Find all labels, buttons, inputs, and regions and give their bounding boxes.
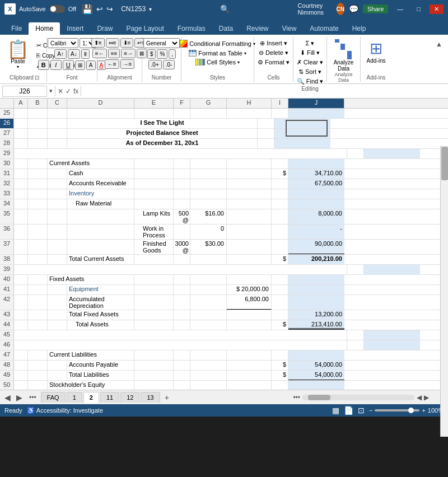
cell-H35[interactable] <box>227 209 272 224</box>
cell-E50[interactable] <box>134 381 174 390</box>
cell-H40[interactable] <box>227 275 272 284</box>
zoom-slider[interactable] <box>375 409 419 411</box>
cell-H42[interactable]: 6,800.00 <box>227 295 272 310</box>
cell-G35[interactable]: $16.00 <box>190 209 227 224</box>
cell-empty39[interactable] <box>14 265 347 274</box>
cell-H32[interactable] <box>227 179 272 189</box>
cell-C27[interactable] <box>48 129 67 138</box>
cell-G33[interactable] <box>190 189 227 199</box>
cell-G36[interactable]: 0 <box>190 225 227 239</box>
close-button[interactable]: ✕ <box>430 4 444 14</box>
cell-C37[interactable] <box>48 240 67 254</box>
border-button[interactable]: ⊞ <box>75 60 85 70</box>
cell-D31[interactable]: Cash <box>67 169 134 179</box>
tab-view[interactable]: View <box>276 22 304 35</box>
cell-D36[interactable] <box>67 225 134 239</box>
cell-H49[interactable] <box>227 371 272 380</box>
cell-E42[interactable] <box>134 295 174 310</box>
cell-F49[interactable] <box>174 371 190 380</box>
cell-F41[interactable] <box>174 285 190 294</box>
cell-E47[interactable] <box>134 350 174 360</box>
cell-C41[interactable] <box>48 285 67 294</box>
autosave-toggle[interactable] <box>49 5 65 13</box>
cell-title1[interactable]: I See The Light <box>67 119 258 128</box>
row-num-26[interactable]: 26 <box>0 119 14 128</box>
row-num-40[interactable]: 40 <box>0 275 14 284</box>
cell-A49[interactable] <box>14 371 28 380</box>
comma-button[interactable]: , <box>169 49 176 59</box>
underline-button[interactable]: U <box>63 60 74 70</box>
cell-J47[interactable] <box>288 350 344 360</box>
cell-E49[interactable] <box>134 371 174 380</box>
tab-automate[interactable]: Automate <box>303 22 345 35</box>
scrollbar-thumb[interactable] <box>441 147 448 180</box>
cell-F48[interactable] <box>174 361 190 370</box>
cell-I50[interactable] <box>272 381 288 390</box>
scroll-left-button[interactable]: ◀ <box>417 394 422 401</box>
cell-J38[interactable]: 200,210.00 <box>288 255 344 264</box>
cell-A44[interactable] <box>14 320 28 330</box>
format-as-table-button[interactable]: Format as Table ▾ <box>187 49 248 57</box>
cell-E38[interactable] <box>134 255 174 264</box>
row-num-36[interactable]: 36 <box>0 225 14 239</box>
cell-J49[interactable]: 54,000.00 <box>288 371 344 380</box>
cell-B33[interactable] <box>28 189 48 199</box>
cell-J30[interactable] <box>288 159 344 169</box>
align-left-button[interactable]: ≡← <box>92 49 107 58</box>
cell-F34[interactable] <box>174 199 190 209</box>
col-header-C[interactable]: C <box>48 99 67 108</box>
cell-A38[interactable] <box>14 255 28 264</box>
cell-title2[interactable]: Projected Balance Sheet <box>67 129 258 138</box>
cell-B26[interactable] <box>28 119 48 128</box>
minimize-button[interactable]: — <box>393 4 408 13</box>
cell-B40[interactable] <box>28 275 48 284</box>
cell-A31[interactable] <box>14 169 28 179</box>
formula-cancel-icon[interactable]: ✕ <box>58 87 63 95</box>
cell-G43[interactable] <box>190 310 227 320</box>
col-header-E[interactable]: E <box>134 99 174 108</box>
cell-F43[interactable] <box>174 310 190 320</box>
row-num-44[interactable]: 44 <box>0 320 14 330</box>
font-family-select[interactable]: Calibri <box>48 38 78 48</box>
cell-J32[interactable]: 67,500.00 <box>288 179 344 189</box>
accessibility-status[interactable]: ♿ Accessibility: Investigate <box>27 407 103 414</box>
analyze-data-button[interactable]: Analyze Data <box>330 39 357 72</box>
fill-color-button[interactable]: A <box>86 60 96 70</box>
cell-D37[interactable] <box>67 240 134 254</box>
cell-E34[interactable] <box>134 199 174 209</box>
row-num-30[interactable]: 30 <box>0 159 14 169</box>
row-num-28[interactable]: 28 <box>0 139 14 148</box>
cell-I47[interactable] <box>272 350 288 360</box>
sheet-add-button[interactable]: + <box>161 392 172 403</box>
cell-J34[interactable] <box>288 199 344 209</box>
find-select-button[interactable]: 🔍 Find ▾ <box>295 77 325 86</box>
number-format-select[interactable]: General <box>143 38 180 48</box>
sheet-tab-11[interactable]: 11 <box>100 392 119 403</box>
cell-B31[interactable] <box>28 169 48 179</box>
row-num-27[interactable]: 27 <box>0 129 14 138</box>
font-increase-button[interactable]: A↑ <box>54 49 67 59</box>
formula-bar-expand-icon[interactable]: ▾ <box>49 87 53 95</box>
scroll-right-button[interactable]: ▶ <box>424 394 429 401</box>
cell-C38[interactable] <box>48 255 67 264</box>
cell-I42[interactable] <box>272 295 288 310</box>
row-num-47[interactable]: 47 <box>0 350 14 360</box>
cell-I40[interactable] <box>272 275 288 284</box>
zoom-in-button[interactable]: + <box>422 407 425 414</box>
page-layout-icon[interactable]: 📄 <box>344 406 353 415</box>
cell-E25[interactable] <box>134 109 174 118</box>
cell-I28[interactable] <box>258 139 274 148</box>
cell-C34[interactable] <box>48 199 67 209</box>
row-num-49[interactable]: 49 <box>0 371 14 380</box>
row-num-33[interactable]: 33 <box>0 189 14 199</box>
horizontal-scrollbar[interactable] <box>302 395 414 400</box>
tab-help[interactable]: Help <box>346 22 373 35</box>
cell-E33[interactable] <box>134 189 174 199</box>
align-center-button[interactable]: ≡≡ <box>108 49 120 58</box>
cell-C36[interactable] <box>48 225 67 239</box>
cell-E35[interactable]: Lamp Kits <box>134 209 174 224</box>
cell-E48[interactable] <box>134 361 174 370</box>
cell-A27[interactable] <box>14 129 28 138</box>
cell-B44[interactable] <box>28 320 48 330</box>
cell-F40[interactable] <box>174 275 190 284</box>
